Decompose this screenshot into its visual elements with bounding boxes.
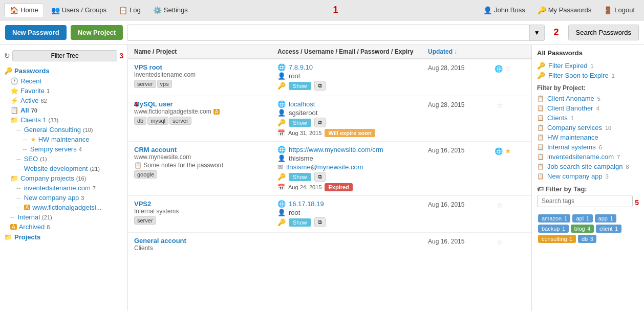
copy-button-2[interactable]: ⧉ [314, 172, 326, 182]
project-count-8: 3 [606, 173, 609, 180]
tag-badge-server[interactable]: server [169, 117, 191, 125]
filter-expired[interactable]: 🔑 Filter Expired 1 [537, 61, 639, 71]
password-title-2[interactable]: CRM account [134, 146, 277, 153]
expiry-badge-expired-2: Expired [325, 183, 352, 191]
tree-item-favorite[interactable]: ⭐ Favorite 1 [0, 86, 127, 96]
tag-pill-apl[interactable]: apl 1 [572, 214, 592, 223]
filter-tree-button[interactable]: Filter Tree [12, 50, 117, 61]
filter-expire-soon-count: 1 [612, 73, 615, 79]
tag-pill-amazon[interactable]: amazon 1 [538, 214, 570, 223]
show-button-2[interactable]: Show [289, 173, 311, 181]
tag-pill-app[interactable]: app 1 [595, 214, 617, 223]
tree-projects-header[interactable]: 📁 Projects [0, 232, 127, 242]
nav-user[interactable]: 👤 John Boss [478, 4, 530, 16]
tree-item-active[interactable]: ⚡ Active 62 [0, 96, 127, 105]
filter-expired-count: 1 [591, 63, 594, 69]
all-label: All [20, 106, 29, 114]
refresh-icon[interactable]: ↻ [4, 52, 10, 60]
show-button-1[interactable]: Show [289, 119, 311, 127]
copy-button-3[interactable]: ⧉ [314, 217, 326, 227]
tree-item-website-dev[interactable]: -- Website development (21) [0, 164, 127, 173]
new-project-button[interactable]: New Project [71, 25, 123, 40]
tree-item-clients[interactable]: 📁 Clients 1 (33) [0, 115, 127, 125]
access-ip-2[interactable]: https://www.mynewsite.com/crm [289, 146, 383, 153]
annotation-3: 3 [119, 52, 123, 60]
tag-badge-vps[interactable]: vps [157, 80, 172, 88]
nav-my-passwords[interactable]: 🔑 My Passwords [532, 4, 597, 16]
star-button-3[interactable]: ☆ [497, 201, 503, 209]
project-filter-item-4[interactable]: 📋HW maintenance [537, 132, 639, 142]
search-passwords-button[interactable]: Search Passwords [568, 25, 639, 40]
nav-settings[interactable]: ⚙️ Settings [148, 4, 193, 16]
star-button-4[interactable]: ☆ [497, 238, 503, 246]
tag-pill-client[interactable]: client 1 [596, 225, 621, 233]
tag-badge-mysql[interactable]: mysql [147, 117, 168, 125]
star-button-1[interactable]: ☆ [497, 101, 503, 109]
project-filter-item-5[interactable]: 📋Internal systems 6 [537, 142, 639, 152]
tree-item-inventedsitename[interactable]: -- inventedsitename.com 7 [0, 183, 127, 193]
project-name-3: Company services [547, 124, 602, 131]
tag-pill-backup[interactable]: backup 1 [538, 225, 569, 233]
website-dev-label: Website development [24, 165, 88, 172]
project-name-5: Internal systems [547, 143, 596, 151]
tree-item-general-consulting[interactable]: -- General Consulting (10) [0, 125, 127, 135]
password-title-4[interactable]: General account [134, 237, 277, 245]
tree-item-new-company-app[interactable]: -- New company app 3 [0, 193, 127, 203]
search-input[interactable] [127, 29, 529, 36]
show-button-0[interactable]: Show [289, 82, 311, 90]
tree-item-seo[interactable]: -- SEO (1) [0, 154, 127, 164]
tree-item-internal[interactable]: -- Internal (21) [0, 212, 127, 222]
password-title-1[interactable]: MySQL user [134, 100, 277, 108]
project-filter-item-3[interactable]: 📋Company services 10 [537, 123, 639, 132]
copy-button-0[interactable]: ⧉ [314, 81, 326, 91]
tag-pill-blog[interactable]: blog 4 [571, 225, 594, 233]
row-globe-icon-0[interactable]: 🌐 [495, 65, 503, 73]
filter-expire-soon[interactable]: 🔑 Filter Soon to Expire 1 [537, 71, 639, 80]
project-filter-item-7[interactable]: 📋Job search site campaign 8 [537, 162, 639, 171]
tree-passwords-header[interactable]: 🔑 Passwords [0, 65, 127, 76]
tree-item-sempry[interactable]: -- Sempry servers 4 [0, 144, 127, 154]
tag-badge-server[interactable]: server [134, 216, 156, 225]
col-updated-header[interactable]: Updated ↓ [428, 48, 495, 55]
project-filter-item-1[interactable]: 📋Client Banother 4 [537, 103, 639, 113]
access-ip-0[interactable]: 7.8.9.10 [289, 63, 313, 71]
tag-pill-db[interactable]: db 3 [578, 235, 597, 243]
row-globe-icon-2[interactable]: 🌐 [495, 147, 503, 155]
star-button-2[interactable]: ★ [505, 147, 511, 155]
name-col-3: VPS2Internal systemsserver [134, 200, 277, 225]
tag-search-input[interactable] [537, 195, 633, 207]
tree-item-archived[interactable]: A Archived 8 [0, 222, 127, 232]
project-filter-item-6[interactable]: 📋inventedsitename.com 7 [537, 152, 639, 162]
password-title-3[interactable]: VPS2 [134, 200, 277, 208]
tag-badge-server[interactable]: server [134, 80, 156, 88]
access-ip-1[interactable]: localhost [289, 100, 315, 108]
tree-item-www-fictional[interactable]: -- A www.fictionalgadgetsi... [0, 203, 127, 212]
nav-users-groups[interactable]: 👥 Users / Groups [46, 4, 112, 16]
show-button-3[interactable]: Show [289, 218, 311, 227]
tag-badge-google[interactable]: google [134, 170, 157, 179]
gear-icon: ⚙️ [153, 6, 162, 14]
tree-item-recent[interactable]: 🕐 Recent [0, 76, 127, 86]
copy-button-1[interactable]: ⧉ [314, 118, 326, 127]
nav-home[interactable]: 🏠 Home [4, 4, 44, 17]
globe-icon-3: 🌐 [277, 200, 286, 208]
project-filter-item-8[interactable]: 📋New company app 3 [537, 171, 639, 181]
nav-home-label: Home [20, 6, 38, 14]
access-col-3: 🌐 16.17.18.19👤 root🔑 Show ⧉ [277, 200, 428, 228]
star-button-0[interactable]: ☆ [505, 64, 511, 73]
access-ip-3[interactable]: 16.17.18.19 [289, 200, 324, 208]
nav-log[interactable]: 📋 Log [114, 4, 146, 16]
project-filter-item-2[interactable]: 📋Clients 1 [537, 113, 639, 123]
new-password-button[interactable]: New Password [5, 25, 67, 40]
project-filter-item-0[interactable]: 📋Client Anoname 5 [537, 94, 639, 103]
search-dropdown-button[interactable]: ▼ [529, 25, 544, 40]
cal-icon-2: 📅 [277, 184, 285, 191]
password-title-0[interactable]: VPS root [134, 63, 277, 71]
tag-pill-consulting[interactable]: consulting 1 [538, 235, 576, 243]
nav-logout[interactable]: 🚪 Logout [598, 4, 640, 16]
sempry-label: Sempry servers [30, 145, 77, 153]
tree-item-hw-maintenance[interactable]: -- ★ HW maintenance [0, 135, 127, 144]
tag-badge-db[interactable]: db [134, 117, 146, 125]
tree-item-all[interactable]: 📋 All 70 [0, 105, 127, 115]
tree-item-company-projects[interactable]: 📁 Company projects (16) [0, 173, 127, 183]
